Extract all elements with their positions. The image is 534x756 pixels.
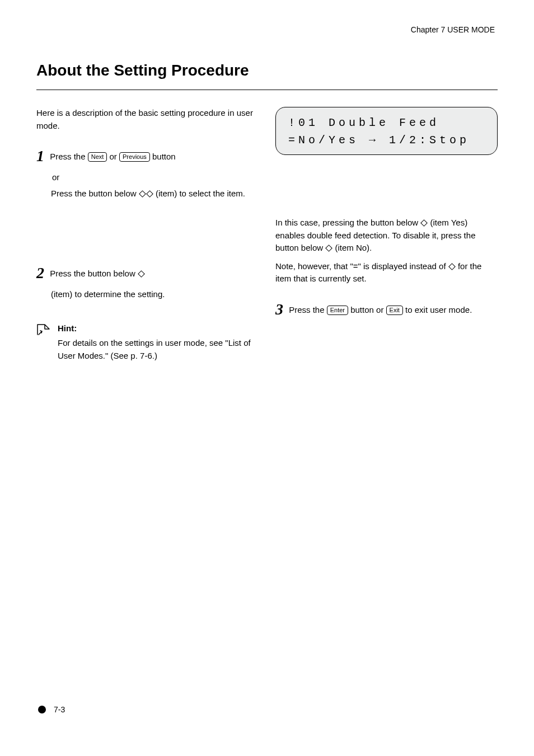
enter-button-key: Enter <box>327 306 348 315</box>
r2a: Note, however, that "=" is displayed ins… <box>275 261 448 271</box>
step3-text-a: Press the <box>289 305 327 314</box>
page-number-text: 7-3 <box>54 705 65 714</box>
intro-text: Here is a description of the basic setti… <box>36 107 259 132</box>
step2-text-a: Press the button below <box>50 269 138 278</box>
step1-text-e: (item) to select the item. <box>156 189 245 198</box>
step3-text-b: button or <box>350 305 386 314</box>
step-2: 2 Press the button below (item) to deter… <box>36 261 259 301</box>
exit-button-key: Exit <box>386 306 403 315</box>
diamond-icon <box>139 190 146 198</box>
hint-block: Hint: For details on the settings in use… <box>36 322 259 363</box>
two-column-layout: Here is a description of the basic setti… <box>36 107 498 362</box>
running-header: Chapter 7 USER MODE <box>411 25 495 34</box>
right-para-2: Note, however, that "=" is displayed ins… <box>275 260 498 285</box>
r1a: In this case, pressing the button below <box>275 218 420 227</box>
step-1: 1 Press the Next or Previous button or P… <box>36 144 259 200</box>
step-number-2: 2 <box>36 264 44 281</box>
step2-text-b: (item) to determine the setting. <box>51 289 165 299</box>
previous-button-key: Previous <box>119 152 150 162</box>
diamond-icon <box>138 270 145 278</box>
lcd-line-1: !01 Double Feed <box>288 114 485 132</box>
page-number: 7-3 <box>38 705 65 714</box>
right-column: !01 Double Feed =No/Yes → 1/2:Stop In th… <box>275 107 498 362</box>
diamond-icon <box>448 263 456 270</box>
lcd-display: !01 Double Feed =No/Yes → 1/2:Stop <box>275 107 498 155</box>
hint-text: For details on the settings in user mode… <box>58 337 259 362</box>
hint-icon <box>36 322 52 363</box>
step-3: 3 Press the Enter button or Exit to exit… <box>275 298 498 321</box>
next-button-key: Next <box>88 152 107 162</box>
section-title: About the Setting Procedure <box>36 62 498 79</box>
hint-label: Hint: <box>58 322 259 335</box>
step-number-3: 3 <box>275 300 283 318</box>
step1-or: or <box>52 171 259 184</box>
right-para-1: In this case, pressing the button below … <box>275 217 498 255</box>
step1-text-d: Press the button below <box>51 189 139 198</box>
step1-text-b: or <box>110 152 120 161</box>
diamond-icon <box>146 190 153 198</box>
lcd-line-2: =No/Yes → 1/2:Stop <box>288 132 485 149</box>
step3-text-c: to exit user mode. <box>405 305 472 314</box>
step-number-1: 1 <box>36 147 44 165</box>
left-column: Here is a description of the basic setti… <box>36 107 259 362</box>
diamond-icon <box>420 219 428 227</box>
step1-text-a: Press the <box>50 152 88 161</box>
step1-text-c: button <box>152 152 176 161</box>
page-dot-icon <box>38 706 46 713</box>
r1c: (item No). <box>335 243 372 252</box>
diamond-icon <box>325 245 332 252</box>
section-rule <box>36 90 498 90</box>
